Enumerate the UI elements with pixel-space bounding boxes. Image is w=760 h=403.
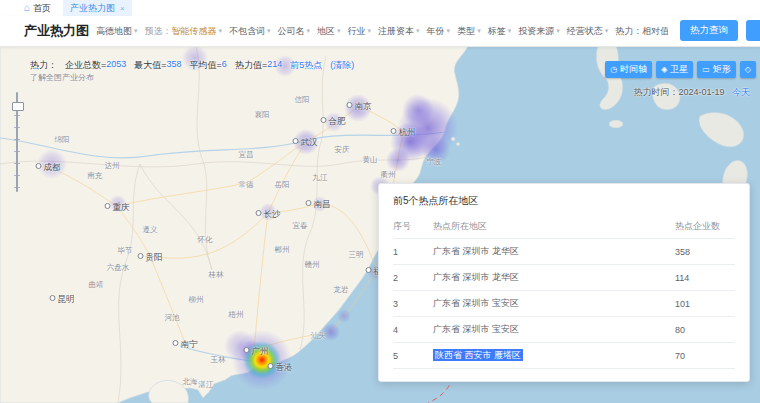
region-cell[interactable]: 陕西省 西安市 雁塔区	[433, 349, 523, 361]
map-provider-select[interactable]: 高德地图▾	[96, 25, 138, 38]
chevron-down-icon: ▾	[134, 27, 138, 35]
top5-hotspots-link[interactable]: 前5热点	[290, 59, 322, 72]
filter-dropdown[interactable]: 热力：相对值60%▾	[615, 25, 668, 38]
preset-value: 智能传感器	[172, 25, 217, 38]
region-cell[interactable]: 广东省 深圳市 宝安区	[433, 324, 519, 334]
clipped-action-button[interactable]	[746, 20, 760, 41]
filter-dropdown[interactable]: 不包含词▾	[229, 25, 271, 38]
heat-query-button[interactable]: 热力查询	[680, 20, 738, 41]
small-island	[457, 143, 460, 146]
region-cell[interactable]: 广东省 深圳市 宝安区	[433, 298, 519, 308]
column-header: 热点企业数	[675, 216, 735, 239]
chevron-down-icon: ▾	[337, 27, 341, 35]
heat-time-value: 2024-01-19	[678, 87, 724, 97]
top-tab-bar: ⌂ 首页 产业热力图 ×	[0, 0, 760, 16]
preset-label: 预选：	[145, 25, 172, 38]
chevron-down-icon: ▾	[307, 27, 311, 35]
table-row[interactable]: 5陕西省 西安市 雁塔区70	[393, 343, 735, 369]
map-controls: ◷时间轴◈卫星▭矩形◇	[605, 61, 756, 78]
column-header: 热点所在地区	[433, 216, 675, 239]
home-icon: ⌂	[24, 3, 30, 13]
heat-spot	[324, 112, 344, 132]
heat-spot	[259, 203, 277, 221]
satellite-icon: ◈	[661, 66, 667, 74]
region-cell[interactable]: 广东省 深圳市 龙华区	[433, 272, 519, 282]
rectangle-icon: ▭	[702, 66, 710, 74]
timeline-icon: ◷	[610, 66, 617, 74]
hotspot-table: 序号热点所在地区热点企业数 1广东省 深圳市 龙华区3582广东省 深圳市 龙华…	[393, 216, 735, 369]
satellite-button[interactable]: ◈卫星	[656, 61, 693, 78]
filter-dropdown[interactable]: 公司名▾	[278, 25, 311, 38]
active-tab-label: 产业热力图	[70, 2, 115, 15]
table-row[interactable]: 2广东省 深圳市 龙华区114	[393, 265, 735, 291]
stats-prefix: 热力：	[30, 59, 57, 72]
panel-body: 1广东省 深圳市 龙华区3582广东省 深圳市 龙华区1143广东省 深圳市 宝…	[393, 239, 735, 369]
panel-header-row: 序号热点所在地区热点企业数	[393, 216, 735, 239]
heat-spot	[312, 196, 328, 212]
heat-stats-items: 企业总数=2053最大值=358平均值=6热力值=214	[65, 59, 282, 72]
column-header: 序号	[393, 216, 433, 239]
heat-spot	[386, 148, 410, 172]
stats-subtext: 了解全国产业分布	[30, 72, 94, 83]
stat-item: 企业总数=2053	[65, 59, 126, 72]
filter-dropdown[interactable]: 投资来源▾	[518, 25, 560, 38]
preset-filter[interactable]: 预选： 智能传感器▾	[145, 25, 223, 38]
filter-dropdown[interactable]: 年份▾	[427, 25, 451, 38]
table-row[interactable]: 3广东省 深圳市 宝安区101	[393, 291, 735, 317]
home-tab-label: 首页	[33, 2, 51, 15]
heat-spot	[293, 129, 319, 155]
home-tab[interactable]: ⌂ 首页	[24, 0, 51, 16]
chevron-down-icon: ▾	[267, 27, 271, 35]
heat-spot	[243, 341, 281, 379]
heat-time-label: 热力时间：	[633, 87, 678, 97]
heat-time: 热力时间：2024-01-19 今天	[633, 86, 750, 99]
map-provider-label: 高德地图	[96, 25, 132, 38]
heat-spot	[422, 136, 450, 164]
chevron-down-icon: ▾	[368, 27, 372, 35]
hotspot-panel: 前5个热点所在地区 序号热点所在地区热点企业数 1广东省 深圳市 龙华区3582…	[378, 183, 750, 382]
chevron-down-icon: ▾	[508, 27, 512, 35]
shape-button[interactable]: ◇	[740, 61, 756, 78]
table-row[interactable]: 4广东省 深圳市 宝安区80	[393, 317, 735, 343]
close-icon[interactable]: ×	[120, 4, 125, 13]
stat-item: 平均值=6	[190, 59, 227, 72]
panel-title: 前5个热点所在地区	[393, 194, 735, 208]
filter-dropdown[interactable]: 注册资本▾	[378, 25, 420, 38]
region-cell[interactable]: 广东省 深圳市 龙华区	[433, 246, 519, 256]
heat-spot	[109, 195, 127, 213]
stat-item: 最大值=358	[134, 59, 181, 72]
map-canvas[interactable]: 成都重庆贵阳昆明南宁广州长沙武汉南昌合肥南京杭州福州温州香港绵阳南充达州遵义怀化…	[0, 46, 760, 403]
chevron-down-icon: ▾	[416, 27, 420, 35]
zoom-handle[interactable]	[12, 102, 24, 111]
shape-icon: ◇	[745, 66, 751, 74]
filter-toolbar: 产业热力图 高德地图▾ 预选： 智能传感器▾ 不包含词▾公司名▾地区▾行业▾注册…	[0, 16, 760, 47]
page-title: 产业热力图	[24, 22, 89, 40]
today-link[interactable]: 今天	[732, 87, 750, 97]
filter-dropdown[interactable]: 类型▾	[457, 25, 481, 38]
filter-dropdown[interactable]: 标签▾	[488, 25, 512, 38]
heat-spot	[402, 94, 434, 126]
heat-spot	[337, 309, 351, 323]
chevron-down-icon: ▾	[219, 27, 223, 35]
table-row[interactable]: 1广东省 深圳市 龙华区358	[393, 239, 735, 265]
heat-spot	[322, 323, 340, 341]
tab-industry-heatmap[interactable]: 产业热力图 ×	[63, 0, 132, 16]
heat-stats-bar: 热力： 企业总数=2053最大值=358平均值=6热力值=214 前5热点 (清…	[30, 59, 354, 72]
clear-link[interactable]: (清除)	[330, 59, 354, 72]
timeline-button[interactable]: ◷时间轴	[605, 61, 652, 78]
heat-spot	[344, 94, 372, 122]
filter-dropdown[interactable]: 行业▾	[348, 25, 372, 38]
rectangle-button[interactable]: ▭矩形	[697, 61, 736, 78]
chevron-down-icon: ▾	[556, 27, 560, 35]
zoom-slider[interactable]	[12, 92, 22, 192]
filter-list: 不包含词▾公司名▾地区▾行业▾注册资本▾年份▾类型▾标签▾投资来源▾经营状态▾热…	[229, 25, 668, 38]
filter-dropdown[interactable]: 经营状态▾	[567, 25, 609, 38]
stat-item: 热力值=214	[235, 59, 282, 72]
heat-spot	[37, 149, 67, 179]
filter-dropdown[interactable]: 地区▾	[317, 25, 341, 38]
chevron-down-icon: ▾	[447, 27, 451, 35]
chevron-down-icon: ▾	[605, 27, 609, 35]
chevron-down-icon: ▾	[477, 27, 481, 35]
